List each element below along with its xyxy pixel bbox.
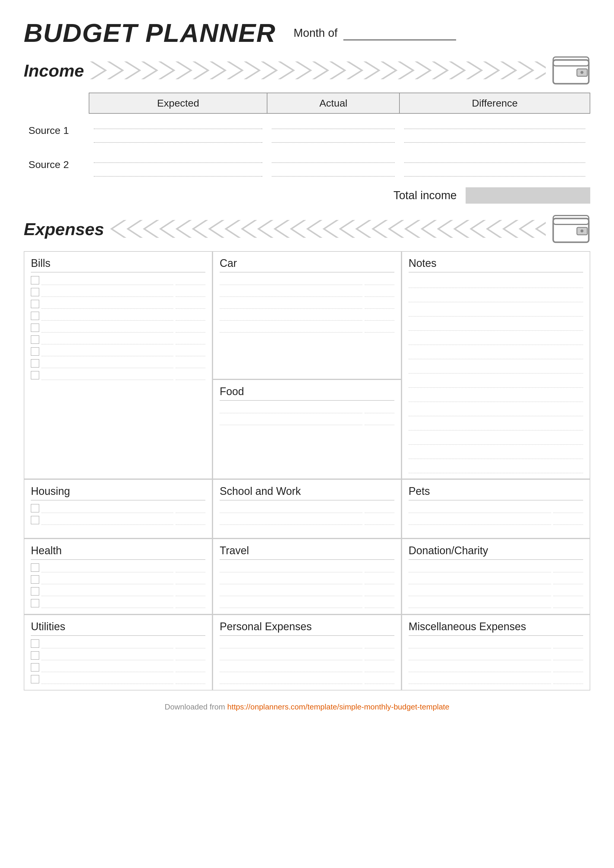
- health-check[interactable]: [31, 599, 39, 607]
- personal-amount[interactable]: [365, 675, 394, 684]
- misc-amount[interactable]: [554, 675, 583, 684]
- bills-amount[interactable]: [176, 288, 205, 297]
- month-input[interactable]: [343, 26, 456, 40]
- bills-check[interactable]: [31, 288, 39, 296]
- source2-expected-line1[interactable]: [94, 152, 262, 163]
- health-line[interactable]: [42, 575, 173, 584]
- bills-line[interactable]: [42, 324, 173, 332]
- notes-line[interactable]: [409, 419, 583, 430]
- pets-amount[interactable]: [554, 516, 583, 525]
- notes-line[interactable]: [409, 319, 583, 331]
- bills-line[interactable]: [42, 300, 173, 309]
- personal-line[interactable]: [220, 675, 362, 684]
- notes-line[interactable]: [409, 376, 583, 388]
- source2-expected-line2[interactable]: [94, 166, 262, 177]
- pets-line[interactable]: [409, 516, 551, 525]
- bills-check[interactable]: [31, 371, 39, 379]
- utilities-check[interactable]: [31, 651, 39, 660]
- misc-amount[interactable]: [554, 640, 583, 648]
- bills-amount[interactable]: [176, 300, 205, 309]
- personal-line[interactable]: [220, 640, 362, 648]
- donation-line[interactable]: [409, 587, 551, 596]
- donation-amount[interactable]: [554, 564, 583, 572]
- personal-amount[interactable]: [365, 663, 394, 672]
- source2-actual-line2[interactable]: [272, 166, 395, 177]
- car-line[interactable]: [220, 276, 362, 285]
- health-amount[interactable]: [176, 564, 205, 572]
- footer-link[interactable]: https://onplanners.com/template/simple-m…: [227, 702, 450, 711]
- travel-line[interactable]: [220, 575, 362, 584]
- travel-amount[interactable]: [365, 587, 394, 596]
- personal-line[interactable]: [220, 651, 362, 660]
- health-amount[interactable]: [176, 587, 205, 596]
- notes-line[interactable]: [409, 404, 583, 416]
- notes-line[interactable]: [409, 447, 583, 459]
- health-amount[interactable]: [176, 575, 205, 584]
- health-check[interactable]: [31, 575, 39, 584]
- bills-amount[interactable]: [176, 324, 205, 332]
- utilities-check[interactable]: [31, 640, 39, 648]
- bills-amount[interactable]: [176, 276, 205, 285]
- utilities-amount[interactable]: [176, 663, 205, 672]
- misc-line[interactable]: [409, 663, 551, 672]
- school-amount[interactable]: [365, 516, 394, 525]
- source1-actual-line1[interactable]: [272, 118, 395, 129]
- donation-line[interactable]: [409, 575, 551, 584]
- misc-amount[interactable]: [554, 651, 583, 660]
- notes-line[interactable]: [409, 290, 583, 302]
- health-amount[interactable]: [176, 599, 205, 608]
- utilities-line[interactable]: [42, 663, 173, 672]
- utilities-line[interactable]: [42, 651, 173, 660]
- bills-amount[interactable]: [176, 371, 205, 380]
- notes-line[interactable]: [409, 362, 583, 373]
- utilities-check[interactable]: [31, 663, 39, 671]
- bills-line[interactable]: [42, 335, 173, 344]
- food-line[interactable]: [220, 416, 362, 425]
- car-amount[interactable]: [365, 276, 394, 285]
- housing-check[interactable]: [31, 516, 39, 524]
- car-amount[interactable]: [365, 324, 394, 332]
- bills-amount[interactable]: [176, 312, 205, 321]
- health-line[interactable]: [42, 564, 173, 572]
- travel-amount[interactable]: [365, 575, 394, 584]
- donation-amount[interactable]: [554, 599, 583, 608]
- car-line[interactable]: [220, 288, 362, 297]
- personal-amount[interactable]: [365, 651, 394, 660]
- health-check[interactable]: [31, 564, 39, 572]
- utilities-check[interactable]: [31, 675, 39, 683]
- notes-line[interactable]: [409, 390, 583, 402]
- source2-actual-line1[interactable]: [272, 152, 395, 163]
- utilities-amount[interactable]: [176, 640, 205, 648]
- housing-amount[interactable]: [176, 504, 205, 513]
- health-check[interactable]: [31, 587, 39, 595]
- housing-check[interactable]: [31, 504, 39, 512]
- notes-line[interactable]: [409, 304, 583, 317]
- personal-line[interactable]: [220, 663, 362, 672]
- bills-check[interactable]: [31, 335, 39, 344]
- housing-amount[interactable]: [176, 516, 205, 525]
- source1-expected-line2[interactable]: [94, 132, 262, 143]
- source1-actual-line2[interactable]: [272, 132, 395, 143]
- utilities-line[interactable]: [42, 675, 173, 684]
- car-line[interactable]: [220, 312, 362, 321]
- travel-line[interactable]: [220, 564, 362, 572]
- notes-line[interactable]: [409, 276, 583, 288]
- health-line[interactable]: [42, 599, 173, 608]
- misc-amount[interactable]: [554, 663, 583, 672]
- bills-check[interactable]: [31, 359, 39, 368]
- misc-line[interactable]: [409, 640, 551, 648]
- misc-line[interactable]: [409, 651, 551, 660]
- bills-check[interactable]: [31, 312, 39, 320]
- source2-diff-line2[interactable]: [404, 166, 585, 177]
- bills-check[interactable]: [31, 276, 39, 284]
- bills-amount[interactable]: [176, 335, 205, 344]
- bills-check[interactable]: [31, 300, 39, 308]
- food-amount[interactable]: [365, 404, 394, 413]
- travel-line[interactable]: [220, 587, 362, 596]
- donation-amount[interactable]: [554, 587, 583, 596]
- utilities-amount[interactable]: [176, 675, 205, 684]
- school-amount[interactable]: [365, 504, 394, 513]
- pets-line[interactable]: [409, 504, 551, 513]
- car-amount[interactable]: [365, 300, 394, 309]
- travel-amount[interactable]: [365, 564, 394, 572]
